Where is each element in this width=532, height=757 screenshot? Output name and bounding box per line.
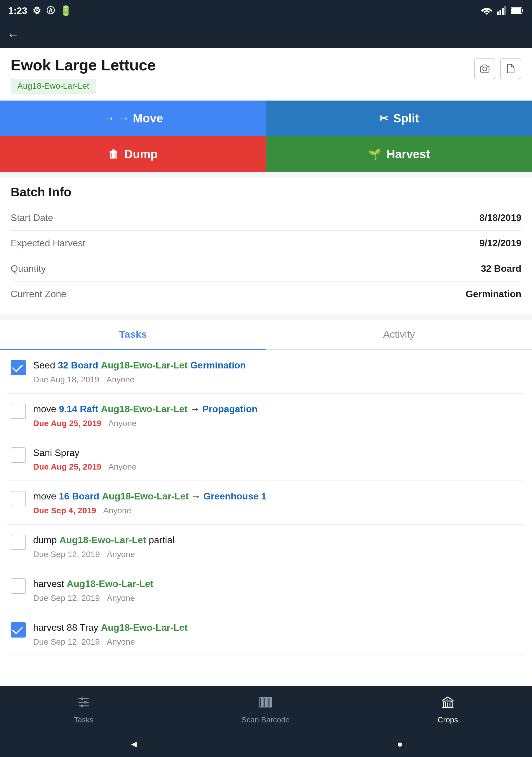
batch-info-row: Start Date 8/18/2019 — [11, 205, 521, 231]
task-main-text: dump Aug18-Ewo-Lar-Let partial — [33, 533, 521, 547]
bottom-nav-scan-barcode[interactable]: Scan Barcode — [242, 695, 290, 724]
title-icons — [474, 58, 521, 79]
title-left: Ewok Large Lettuce Aug18-Ewo-Lar-Let — [11, 56, 156, 93]
task-content: harvest Aug18-Ewo-Lar-LetDue Sep 12, 201… — [33, 577, 521, 603]
dump-button[interactable]: 🗑 Dump — [0, 136, 266, 172]
task-checkbox[interactable] — [11, 491, 26, 506]
harvest-button[interactable]: 🌱 Harvest — [266, 136, 532, 172]
file-button[interactable] — [500, 58, 521, 79]
task-due-date: Due Sep 12, 2019 — [33, 593, 102, 603]
svg-rect-12 — [270, 698, 272, 707]
svg-rect-8 — [262, 698, 263, 707]
split-label: Split — [393, 112, 419, 125]
task-assignee: Anyone — [103, 506, 131, 515]
title-section: Ewok Large Lettuce Aug18-Ewo-Lar-Let — [0, 48, 532, 101]
batch-info-row: Quantity 32 Board — [11, 256, 521, 282]
svg-rect-0 — [497, 12, 499, 15]
task-item: move 16 Board Aug18-Ewo-Lar-Let → Greenh… — [7, 481, 525, 525]
bottom-nav-label: Scan Barcode — [242, 715, 290, 724]
task-assignee: Anyone — [106, 375, 134, 384]
a-logo-icon: Ⓐ — [46, 5, 55, 16]
task-checkbox[interactable] — [11, 622, 26, 638]
task-main-text: move 9.14 Raft Aug18-Ewo-Lar-Let → Propa… — [33, 403, 521, 416]
split-button[interactable]: ✂ Split — [266, 101, 532, 136]
task-meta: Due Aug 25, 2019 Anyone — [33, 462, 521, 472]
task-main-text: Sani Spray — [33, 446, 521, 460]
task-checkbox[interactable] — [11, 535, 26, 550]
task-content: Seed 32 Board Aug18-Ewo-Lar-Let Germinat… — [33, 359, 521, 384]
svg-rect-9 — [264, 698, 265, 707]
task-main-text: move 16 Board Aug18-Ewo-Lar-Let → Greenh… — [33, 490, 521, 503]
status-time: 1:23 — [8, 5, 27, 16]
tabs-header: TasksActivity — [0, 320, 532, 350]
signal-icon — [497, 6, 506, 15]
android-home-button[interactable]: ● — [397, 739, 402, 750]
task-checkbox[interactable] — [11, 360, 26, 375]
move-label: → Move — [118, 112, 163, 125]
task-content: harvest 88 Tray Aug18-Ewo-Lar-LetDue Sep… — [33, 621, 521, 647]
tab-tasks[interactable]: Tasks — [0, 320, 266, 350]
battery-icon: 🔋 — [60, 5, 72, 16]
info-label: Current Zone — [11, 288, 67, 300]
task-assignee: Anyone — [107, 550, 135, 559]
bottom-nav: Tasks Scan Barcode Crops — [0, 686, 532, 733]
wifi-icon — [481, 6, 492, 15]
android-back-button[interactable]: ◄ — [129, 739, 139, 750]
bottom-nav-label: Tasks — [74, 715, 93, 724]
svg-rect-3 — [504, 6, 506, 15]
svg-rect-7 — [260, 698, 262, 707]
task-item: harvest Aug18-Ewo-Lar-LetDue Sep 12, 201… — [7, 568, 525, 612]
info-value: Germination — [466, 288, 521, 300]
batch-info-section: Batch Info Start Date 8/18/2019 Expected… — [0, 178, 532, 314]
info-label: Quantity — [11, 263, 46, 274]
task-item: dump Aug18-Ewo-Lar-Let partialDue Sep 12… — [7, 525, 525, 568]
camera-button[interactable] — [474, 58, 495, 79]
task-main-text: Seed 32 Board Aug18-Ewo-Lar-Let Germinat… — [33, 359, 521, 372]
task-meta: Due Sep 4, 2019 Anyone — [33, 506, 521, 515]
dump-label: Dump — [124, 148, 158, 161]
task-list: Seed 32 Board Aug18-Ewo-Lar-Let Germinat… — [0, 350, 532, 656]
settings-icon: ⚙ — [33, 5, 41, 16]
scan-barcode-icon — [259, 695, 273, 712]
page-title: Ewok Large Lettuce — [11, 56, 156, 74]
task-item: move 9.14 Raft Aug18-Ewo-Lar-Let → Propa… — [7, 394, 525, 437]
task-content: move 9.14 Raft Aug18-Ewo-Lar-Let → Propa… — [33, 403, 521, 428]
task-content: dump Aug18-Ewo-Lar-Let partialDue Sep 12… — [33, 533, 521, 559]
task-due-date: Due Sep 4, 2019 — [33, 506, 99, 515]
task-due-date: Due Aug 18, 2019 — [33, 375, 102, 384]
task-item: Seed 32 Board Aug18-Ewo-Lar-Let Germinat… — [7, 350, 525, 394]
tabs-section: TasksActivity Seed 32 Board Aug18-Ewo-La… — [0, 320, 532, 686]
task-meta: Due Sep 12, 2019 Anyone — [33, 593, 521, 603]
task-due-date: Due Aug 25, 2019 — [33, 462, 104, 471]
tab-activity[interactable]: Activity — [266, 320, 532, 349]
main-content: Ewok Large Lettuce Aug18-Ewo-Lar-Let → →… — [0, 48, 532, 686]
info-value: 8/18/2019 — [479, 212, 521, 223]
task-main-text: harvest Aug18-Ewo-Lar-Let — [33, 577, 521, 590]
batch-info-rows: Start Date 8/18/2019 Expected Harvest 9/… — [11, 205, 521, 307]
bottom-nav-label: Crops — [438, 715, 458, 724]
task-checkbox[interactable] — [11, 447, 26, 463]
action-buttons: → → Move ✂ Split 🗑 Dump 🌱 Harvest — [0, 101, 532, 172]
task-assignee: Anyone — [108, 419, 136, 428]
task-due-date: Due Aug 25, 2019 — [33, 419, 104, 428]
bottom-nav-crops[interactable]: Crops — [438, 695, 458, 724]
batch-info-row: Current Zone Germination — [11, 282, 521, 307]
status-bar: 1:23 ⚙ Ⓐ 🔋 — [0, 0, 532, 21]
task-content: move 16 Board Aug18-Ewo-Lar-Let → Greenh… — [33, 490, 521, 515]
task-assignee: Anyone — [107, 637, 135, 647]
batch-badge: Aug18-Ewo-Lar-Let — [11, 79, 96, 93]
info-label: Expected Harvest — [11, 238, 85, 249]
task-meta: Due Sep 12, 2019 Anyone — [33, 550, 521, 559]
bottom-nav-tasks[interactable]: Tasks — [74, 695, 93, 724]
camera-icon — [479, 63, 490, 74]
task-item: Sani SprayDue Aug 25, 2019 Anyone — [7, 437, 525, 481]
task-due-date: Due Sep 12, 2019 — [33, 637, 102, 647]
svg-rect-2 — [502, 8, 504, 15]
status-bar-left: 1:23 ⚙ Ⓐ 🔋 — [8, 5, 72, 16]
task-checkbox[interactable] — [11, 578, 26, 594]
info-label: Start Date — [11, 212, 53, 223]
back-button[interactable]: ← — [7, 27, 19, 42]
task-checkbox[interactable] — [11, 404, 26, 419]
move-button[interactable]: → → Move — [0, 101, 266, 136]
info-value: 9/12/2019 — [479, 238, 521, 249]
